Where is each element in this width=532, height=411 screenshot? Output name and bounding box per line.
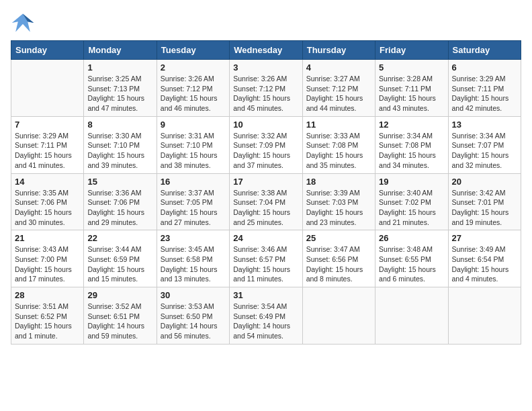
calendar-cell: 28Sunrise: 3:51 AM Sunset: 6:52 PM Dayli… (11, 287, 84, 345)
calendar-cell: 15Sunrise: 3:36 AM Sunset: 7:06 PM Dayli… (84, 173, 157, 230)
logo (11, 11, 38, 35)
calendar-cell: 25Sunrise: 3:47 AM Sunset: 6:56 PM Dayli… (302, 230, 375, 287)
calendar-cell: 8Sunrise: 3:30 AM Sunset: 7:10 PM Daylig… (84, 116, 157, 173)
calendar-cell (375, 287, 448, 345)
day-info: Sunrise: 3:30 AM Sunset: 7:10 PM Dayligh… (87, 131, 152, 171)
day-number: 21 (15, 233, 80, 243)
calendar-cell: 18Sunrise: 3:39 AM Sunset: 7:03 PM Dayli… (302, 173, 375, 230)
day-info: Sunrise: 3:26 AM Sunset: 7:12 PM Dayligh… (161, 74, 226, 113)
calendar-cell: 5Sunrise: 3:28 AM Sunset: 7:11 PM Daylig… (375, 60, 448, 117)
calendar-cell: 7Sunrise: 3:29 AM Sunset: 7:11 PM Daylig… (11, 116, 84, 173)
calendar-cell: 17Sunrise: 3:38 AM Sunset: 7:04 PM Dayli… (230, 173, 302, 230)
day-number: 6 (452, 62, 517, 73)
calendar-week-row: 14Sunrise: 3:35 AM Sunset: 7:06 PM Dayli… (11, 173, 521, 230)
calendar-cell: 29Sunrise: 3:52 AM Sunset: 6:51 PM Dayli… (84, 287, 157, 345)
day-number: 25 (306, 233, 371, 243)
day-number: 22 (87, 233, 152, 243)
calendar-cell: 9Sunrise: 3:31 AM Sunset: 7:10 PM Daylig… (157, 116, 229, 173)
day-number: 26 (379, 233, 444, 243)
day-info: Sunrise: 3:38 AM Sunset: 7:04 PM Dayligh… (233, 188, 298, 228)
day-info: Sunrise: 3:53 AM Sunset: 6:50 PM Dayligh… (161, 302, 226, 341)
day-info: Sunrise: 3:51 AM Sunset: 6:52 PM Dayligh… (15, 302, 80, 341)
day-info: Sunrise: 3:34 AM Sunset: 7:08 PM Dayligh… (379, 131, 444, 171)
day-number: 23 (161, 233, 226, 243)
day-number: 1 (87, 62, 152, 73)
day-number: 27 (452, 233, 517, 243)
calendar-cell (448, 287, 521, 345)
day-info: Sunrise: 3:43 AM Sunset: 7:00 PM Dayligh… (15, 244, 80, 284)
day-header-tuesday: Tuesday (157, 41, 229, 60)
day-info: Sunrise: 3:45 AM Sunset: 6:58 PM Dayligh… (161, 244, 226, 284)
calendar-cell (11, 60, 84, 117)
svg-marker-0 (12, 14, 34, 32)
day-info: Sunrise: 3:26 AM Sunset: 7:12 PM Dayligh… (233, 74, 298, 113)
calendar-table: SundayMondayTuesdayWednesdayThursdayFrid… (11, 40, 521, 345)
calendar-cell: 26Sunrise: 3:48 AM Sunset: 6:55 PM Dayli… (375, 230, 448, 287)
day-number: 11 (306, 120, 371, 130)
calendar-week-row: 28Sunrise: 3:51 AM Sunset: 6:52 PM Dayli… (11, 287, 521, 345)
day-info: Sunrise: 3:29 AM Sunset: 7:11 PM Dayligh… (452, 74, 517, 113)
day-info: Sunrise: 3:33 AM Sunset: 7:08 PM Dayligh… (306, 131, 371, 171)
calendar-cell: 19Sunrise: 3:40 AM Sunset: 7:02 PM Dayli… (375, 173, 448, 230)
day-info: Sunrise: 3:46 AM Sunset: 6:57 PM Dayligh… (233, 244, 298, 284)
day-number: 13 (452, 120, 517, 130)
calendar-week-row: 1Sunrise: 3:25 AM Sunset: 7:13 PM Daylig… (11, 60, 521, 117)
calendar-cell: 21Sunrise: 3:43 AM Sunset: 7:00 PM Dayli… (11, 230, 84, 287)
day-number: 29 (87, 290, 152, 300)
day-number: 20 (452, 177, 517, 187)
day-number: 30 (161, 290, 226, 300)
day-number: 5 (379, 62, 444, 73)
day-info: Sunrise: 3:39 AM Sunset: 7:03 PM Dayligh… (306, 188, 371, 228)
day-info: Sunrise: 3:47 AM Sunset: 6:56 PM Dayligh… (306, 244, 371, 284)
calendar-cell: 10Sunrise: 3:32 AM Sunset: 7:09 PM Dayli… (230, 116, 302, 173)
day-number: 24 (233, 233, 298, 243)
calendar-week-row: 7Sunrise: 3:29 AM Sunset: 7:11 PM Daylig… (11, 116, 521, 173)
day-header-friday: Friday (375, 41, 448, 60)
calendar-cell: 13Sunrise: 3:34 AM Sunset: 7:07 PM Dayli… (448, 116, 521, 173)
calendar-cell: 4Sunrise: 3:27 AM Sunset: 7:12 PM Daylig… (302, 60, 375, 117)
day-info: Sunrise: 3:35 AM Sunset: 7:06 PM Dayligh… (15, 188, 80, 228)
day-number: 7 (15, 120, 80, 130)
day-header-sunday: Sunday (11, 41, 84, 60)
day-info: Sunrise: 3:31 AM Sunset: 7:10 PM Dayligh… (161, 131, 226, 171)
calendar-cell: 22Sunrise: 3:44 AM Sunset: 6:59 PM Dayli… (84, 230, 157, 287)
day-header-saturday: Saturday (448, 41, 521, 60)
calendar-cell: 24Sunrise: 3:46 AM Sunset: 6:57 PM Dayli… (230, 230, 302, 287)
calendar-cell: 27Sunrise: 3:49 AM Sunset: 6:54 PM Dayli… (448, 230, 521, 287)
calendar-cell: 30Sunrise: 3:53 AM Sunset: 6:50 PM Dayli… (157, 287, 229, 345)
day-number: 14 (15, 177, 80, 187)
day-info: Sunrise: 3:27 AM Sunset: 7:12 PM Dayligh… (306, 74, 371, 113)
page-header (11, 11, 521, 35)
calendar-cell: 3Sunrise: 3:26 AM Sunset: 7:12 PM Daylig… (230, 60, 302, 117)
calendar-cell: 1Sunrise: 3:25 AM Sunset: 7:13 PM Daylig… (84, 60, 157, 117)
day-number: 15 (87, 177, 152, 187)
calendar-cell: 31Sunrise: 3:54 AM Sunset: 6:49 PM Dayli… (230, 287, 302, 345)
day-number: 17 (233, 177, 298, 187)
day-info: Sunrise: 3:34 AM Sunset: 7:07 PM Dayligh… (452, 131, 517, 171)
calendar-header-row: SundayMondayTuesdayWednesdayThursdayFrid… (11, 41, 521, 60)
day-number: 19 (379, 177, 444, 187)
day-header-monday: Monday (84, 41, 157, 60)
day-info: Sunrise: 3:48 AM Sunset: 6:55 PM Dayligh… (379, 244, 444, 284)
day-info: Sunrise: 3:40 AM Sunset: 7:02 PM Dayligh… (379, 188, 444, 228)
calendar-cell: 16Sunrise: 3:37 AM Sunset: 7:05 PM Dayli… (157, 173, 229, 230)
day-number: 28 (15, 290, 80, 300)
calendar-cell: 23Sunrise: 3:45 AM Sunset: 6:58 PM Dayli… (157, 230, 229, 287)
calendar-cell: 6Sunrise: 3:29 AM Sunset: 7:11 PM Daylig… (448, 60, 521, 117)
day-number: 3 (233, 62, 298, 73)
day-info: Sunrise: 3:36 AM Sunset: 7:06 PM Dayligh… (87, 188, 152, 228)
day-info: Sunrise: 3:37 AM Sunset: 7:05 PM Dayligh… (161, 188, 226, 228)
day-info: Sunrise: 3:44 AM Sunset: 6:59 PM Dayligh… (87, 244, 152, 284)
day-info: Sunrise: 3:52 AM Sunset: 6:51 PM Dayligh… (87, 302, 152, 341)
day-info: Sunrise: 3:32 AM Sunset: 7:09 PM Dayligh… (233, 131, 298, 171)
day-info: Sunrise: 3:49 AM Sunset: 6:54 PM Dayligh… (452, 244, 517, 284)
day-info: Sunrise: 3:54 AM Sunset: 6:49 PM Dayligh… (233, 302, 298, 341)
calendar-cell: 11Sunrise: 3:33 AM Sunset: 7:08 PM Dayli… (302, 116, 375, 173)
day-number: 18 (306, 177, 371, 187)
day-number: 16 (161, 177, 226, 187)
calendar-cell: 2Sunrise: 3:26 AM Sunset: 7:12 PM Daylig… (157, 60, 229, 117)
calendar-cell: 12Sunrise: 3:34 AM Sunset: 7:08 PM Dayli… (375, 116, 448, 173)
day-header-thursday: Thursday (302, 41, 375, 60)
logo-icon (11, 11, 35, 35)
day-number: 2 (161, 62, 226, 73)
